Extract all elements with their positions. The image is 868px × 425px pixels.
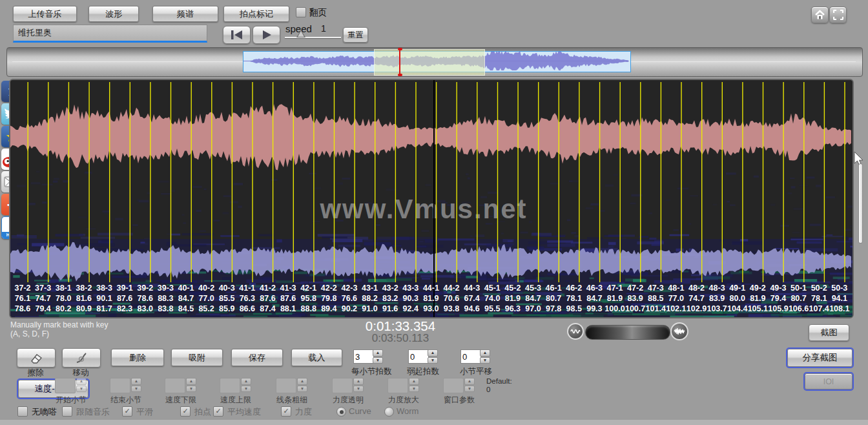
reset-button[interactable]: 重置 — [343, 27, 368, 43]
param-spinner-box — [220, 378, 240, 393]
home-icon — [814, 10, 825, 20]
curve-style-radio-curve[interactable] — [336, 407, 346, 417]
param-spinner-label: 开始小节 — [50, 395, 92, 406]
measure-shift-label: 小节平移 — [460, 366, 492, 377]
overview-playhead[interactable] — [399, 48, 400, 76]
beats-per-measure-input[interactable] — [353, 349, 374, 364]
page-turn-checkbox[interactable] — [296, 7, 306, 17]
option-label: 无嘀嗒 — [32, 406, 57, 418]
param-spinner-label: 线条粗细 — [271, 395, 313, 406]
song-title-input[interactable] — [13, 25, 207, 43]
overview-selection[interactable] — [374, 49, 485, 76]
load-button[interactable]: 载入 — [291, 349, 342, 366]
play-icon — [261, 30, 273, 40]
waveform-zoom-slider[interactable] — [585, 325, 670, 340]
curve-style-label: Curve — [349, 406, 371, 416]
watermark: www.Vmus.net — [319, 194, 527, 224]
spectrogram-panel[interactable]: www.Vmus.net 37-237-338-138-238-339-139-… — [9, 79, 854, 318]
option-checkbox-4[interactable]: ✓ — [180, 406, 191, 417]
option-checkbox-5[interactable]: ✓ — [213, 406, 223, 417]
curve-style-radio-worm[interactable] — [384, 407, 394, 417]
speed-slider-thumb[interactable] — [296, 30, 305, 37]
fullscreen-button[interactable] — [829, 6, 847, 23]
beat-label: 50-3 — [822, 284, 854, 293]
measure-shift-input[interactable] — [460, 349, 481, 364]
param-spinner-label: 结束小节 — [105, 395, 147, 406]
option-checkbox-2[interactable] — [62, 406, 72, 417]
speed-thumb-face — [298, 31, 304, 37]
curve-style-label: Worm — [397, 406, 418, 416]
beats-per-measure-stepper[interactable]: ▲▼ — [373, 349, 383, 364]
save-button[interactable]: 保存 — [231, 349, 283, 366]
param-spinner-box — [276, 378, 296, 393]
move-tool-button[interactable] — [62, 348, 101, 368]
param-spinner-box — [55, 378, 76, 393]
snapshot-button[interactable]: 截图 — [809, 324, 849, 341]
small-wave-icon — [570, 327, 581, 335]
overview-strip[interactable] — [6, 47, 863, 77]
share-screenshot-button[interactable]: 分享截图 — [787, 349, 852, 367]
option-label: 拍点 — [194, 406, 211, 418]
param-spinner-box — [165, 378, 185, 393]
param-spinner-stepper[interactable]: ▲▼ — [353, 378, 364, 392]
speed-slider-track[interactable] — [285, 37, 341, 38]
option-label: 力度 — [295, 406, 312, 418]
ioi-button[interactable]: IOI — [805, 373, 852, 389]
param-spinner-box — [443, 378, 464, 393]
app-window: 上传音乐 波形 频谱 拍点标记 翻页 speed 1 重置 — [0, 0, 868, 425]
param-spinner-label: 速度下限 — [160, 395, 202, 406]
measure-shift-stepper[interactable]: ▲▼ — [480, 349, 490, 364]
param-spinner-label: 速度上限 — [215, 395, 256, 406]
option-label: 跟随音乐 — [76, 406, 110, 418]
vertical-zoom-slider[interactable] — [858, 163, 863, 244]
param-spinner-stepper[interactable]: ▲▼ — [464, 378, 475, 392]
param-spinner-stepper[interactable]: ▲▼ — [241, 378, 251, 392]
spectrogram-playhead[interactable] — [433, 80, 435, 317]
param-spinner-stepper[interactable]: ▲▼ — [297, 378, 307, 392]
option-checkbox-1[interactable] — [17, 406, 28, 417]
bottom-edge — [0, 420, 868, 425]
hint-line1: Manually mark beat with key — [10, 320, 108, 329]
param-spinner-stepper[interactable]: ▲▼ — [186, 378, 196, 392]
param-spinner-label: 窗口参数 — [439, 395, 480, 406]
skip-to-start-button[interactable] — [223, 26, 251, 44]
option-checkbox-3[interactable]: ✓ — [122, 406, 132, 417]
pickup-beats-stepper[interactable]: ▲▼ — [428, 349, 438, 364]
spectrogram-canvas[interactable]: www.Vmus.net — [10, 80, 852, 317]
snap-button[interactable]: 吸附 — [171, 349, 223, 366]
play-button[interactable] — [253, 26, 280, 44]
waveform-button[interactable]: 波形 — [88, 6, 139, 22]
current-time: 0:01:33.354 — [346, 319, 455, 333]
default-label: Default: — [486, 377, 512, 385]
home-button[interactable] — [811, 6, 829, 23]
default-value: 0 — [486, 386, 490, 393]
option-label: 平均速度 — [227, 406, 261, 418]
speed-value: 1 — [321, 23, 326, 34]
spectrum-button[interactable]: 频谱 — [152, 6, 218, 22]
param-spinner-box — [388, 378, 408, 393]
page-turn-label: 翻页 — [309, 7, 327, 19]
hint-line2: (A, S, D, F) — [10, 329, 49, 338]
zoom-out-wave-button[interactable] — [567, 323, 584, 340]
param-spinner-box — [110, 378, 130, 393]
total-time: 0:03:50.113 — [346, 333, 455, 344]
upload-music-button[interactable]: 上传音乐 — [13, 6, 77, 22]
zoom-in-wave-button[interactable] — [670, 322, 688, 340]
delete-button[interactable]: 删除 — [111, 349, 164, 366]
pickup-beats-input[interactable] — [408, 349, 429, 364]
beat-mark-button[interactable]: 拍点标记 — [223, 6, 289, 22]
erase-tool-button[interactable] — [17, 348, 56, 368]
param-spinner-stepper[interactable]: ▲▼ — [131, 378, 141, 392]
param-spinner-label: 力度放大 — [383, 395, 424, 406]
option-checkbox-6[interactable]: ✓ — [281, 406, 291, 417]
param-spinner-stepper[interactable]: ▲▼ — [76, 378, 87, 392]
fullscreen-icon — [833, 10, 843, 20]
param-spinner-stepper[interactable]: ▲▼ — [409, 378, 419, 392]
eraser-icon — [29, 353, 43, 364]
skip-back-icon — [230, 30, 244, 40]
param-spinner-label: 力度透明 — [327, 395, 369, 406]
time-display: 0:01:33.354 0:03:50.113 — [346, 319, 455, 344]
move-label: 移动 — [62, 368, 99, 378]
erase-label: 擦除 — [17, 368, 54, 378]
large-wave-icon — [674, 327, 685, 336]
